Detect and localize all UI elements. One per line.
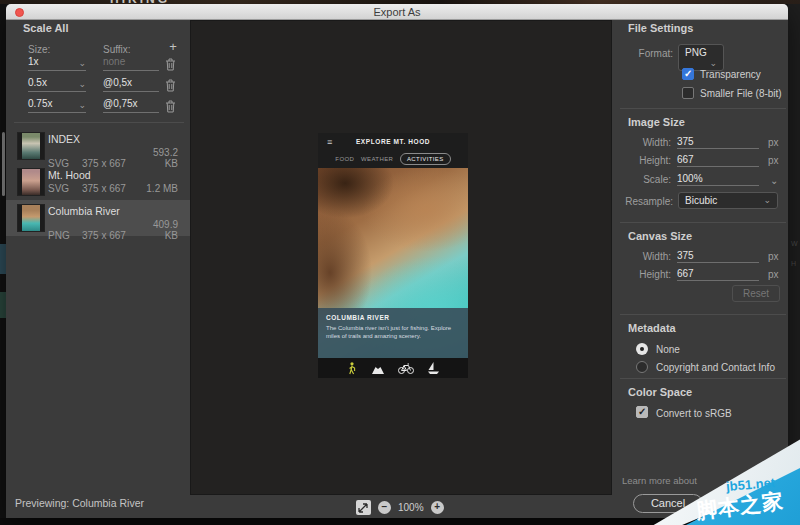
scale-suffix-input[interactable]: none <box>103 56 159 71</box>
dialog-titlebar[interactable]: Export As <box>6 4 788 20</box>
phone-tab-food: FOOD <box>335 156 354 162</box>
scale-size-select[interactable]: 0.5x⌄ <box>28 77 86 92</box>
phone-app-title: EXPLORE MT. HOOD <box>318 138 468 145</box>
chevron-down-icon: ⌄ <box>763 195 771 205</box>
scale-suffix-input[interactable]: @0,75x <box>103 98 159 113</box>
scale-size-select[interactable]: 1x⌄ <box>28 56 86 71</box>
caption-text: The Columbia river isn't just for fishin… <box>326 325 460 340</box>
fit-to-screen-button[interactable] <box>356 500 371 515</box>
metadata-none-radio[interactable] <box>636 343 648 355</box>
resample-select[interactable]: Bicubic⌄ <box>678 192 778 209</box>
chevron-down-icon: ⌄ <box>709 58 717 68</box>
add-scale-button[interactable]: + <box>166 40 180 54</box>
zoom-level: 100% <box>398 502 424 513</box>
mountain-icon <box>371 362 385 374</box>
divider <box>620 378 786 379</box>
metadata-none-label: None <box>656 344 680 355</box>
file-list-item-selected[interactable]: Columbia River PNG375 x 667409.9 KB <box>6 200 190 236</box>
transparency-checkbox[interactable]: ✓ <box>682 68 694 80</box>
image-size-title: Image Size <box>628 116 685 128</box>
dialog-title: Export As <box>6 6 788 18</box>
transparency-label: Transparency <box>700 69 761 80</box>
metadata-title: Metadata <box>628 322 676 334</box>
cancel-button[interactable]: Cancel <box>633 494 703 513</box>
background-bottom-strip <box>0 518 800 525</box>
divider <box>14 122 184 123</box>
export-as-dialog: Export As Scale All Size: Suffix: + 1x⌄ … <box>6 4 788 518</box>
smaller-file-checkbox[interactable] <box>682 87 694 99</box>
divider <box>620 222 786 223</box>
chevron-down-icon: ⌄ <box>78 100 86 110</box>
scale-suffix-input[interactable]: @0,5x <box>103 77 159 92</box>
phone-tab-weather: WEATHER <box>361 156 393 162</box>
reset-button[interactable]: Reset <box>732 285 780 302</box>
delete-scale-icon[interactable] <box>165 79 176 92</box>
file-thumbnail <box>17 132 45 160</box>
divider <box>620 314 786 315</box>
canvas-width-unit: px <box>768 251 779 262</box>
caption-title: COLUMBIA RIVER <box>326 314 460 321</box>
metadata-copyright-label: Copyright and Contact Info <box>656 362 775 373</box>
delete-scale-icon[interactable] <box>165 100 176 113</box>
previewing-status: Previewing: Columbia River <box>15 497 144 509</box>
format-select[interactable]: PNG⌄ <box>678 44 724 71</box>
chevron-down-icon: ⌄ <box>78 79 86 89</box>
height-label: Height: <box>591 155 671 166</box>
size-column-header: Size: <box>28 44 50 55</box>
metadata-copyright-radio[interactable] <box>636 361 648 373</box>
file-settings-title: File Settings <box>628 22 693 34</box>
file-list-item[interactable]: INDEX SVG375 x 667593.2 KB <box>6 128 190 164</box>
phone-preview: ≡ EXPLORE MT. HOOD FOOD WEATHER ACTIVITI… <box>318 133 468 378</box>
canvas-height-label: Height: <box>591 269 671 280</box>
suffix-column-header: Suffix: <box>103 44 131 55</box>
canvas-height-unit: px <box>768 269 779 280</box>
divider <box>620 108 786 109</box>
color-space-title: Color Space <box>628 386 692 398</box>
file-list-item[interactable]: Mt. Hood SVG375 x 6671.2 MB <box>6 164 190 200</box>
file-thumbnail <box>17 168 45 196</box>
file-thumbnail <box>17 204 45 232</box>
resample-label: Resample: <box>593 196 673 207</box>
phone-tab-activities: ACTIVITIES <box>400 153 451 165</box>
zoom-in-button[interactable]: + <box>431 501 444 514</box>
hiker-icon <box>347 362 358 375</box>
chevron-down-icon: ⌄ <box>78 58 86 68</box>
scale-all-title: Scale All <box>23 22 68 34</box>
scale-size-select[interactable]: 0.75x⌄ <box>28 98 86 113</box>
format-label: Format: <box>593 48 673 59</box>
convert-srgb-checkbox[interactable]: ✓ <box>636 406 648 418</box>
chevron-down-icon[interactable]: ⌄ <box>770 175 778 186</box>
width-unit: px <box>768 137 779 148</box>
canvas-size-title: Canvas Size <box>628 230 692 242</box>
background-right-strip: W H <box>788 4 800 518</box>
phone-photo: COLUMBIA RIVER The Columbia river isn't … <box>318 168 468 358</box>
width-label: Width: <box>591 137 671 148</box>
zoom-out-button[interactable]: − <box>378 501 391 514</box>
background-scrollbar[interactable] <box>2 132 5 196</box>
scale-label: Scale: <box>591 174 671 185</box>
canvas-width-label: Width: <box>591 251 671 262</box>
convert-srgb-label: Convert to sRGB <box>656 408 732 419</box>
delete-scale-icon[interactable] <box>165 58 176 71</box>
bicycle-icon <box>398 362 414 374</box>
smaller-file-label: Smaller File (8-bit) <box>700 88 782 99</box>
sailboat-icon <box>427 362 440 374</box>
height-unit: px <box>768 155 779 166</box>
learn-more-link[interactable]: Learn more about <box>622 475 782 486</box>
